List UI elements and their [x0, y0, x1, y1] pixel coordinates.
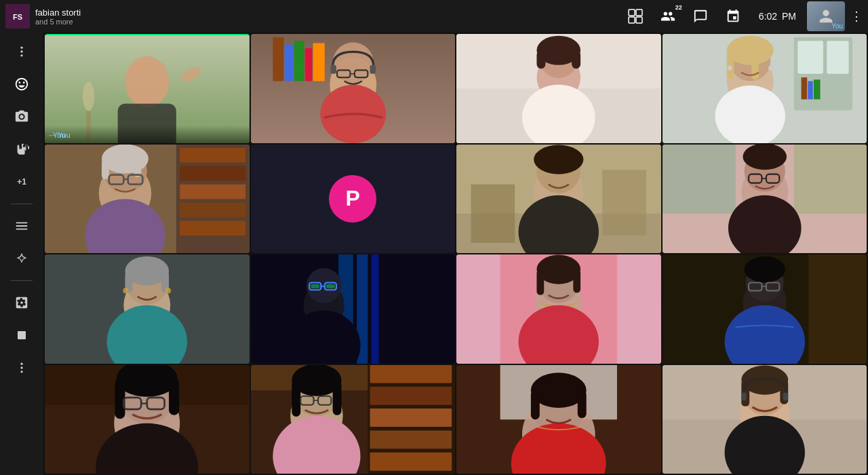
svg-rect-43	[797, 41, 823, 73]
svg-point-8	[20, 54, 22, 56]
svg-rect-108	[311, 284, 319, 288]
stop-button[interactable]	[8, 322, 35, 349]
svg-rect-47	[813, 79, 820, 99]
svg-rect-117	[536, 269, 544, 295]
effects-button[interactable]	[8, 245, 35, 272]
svg-rect-74	[471, 184, 515, 242]
svg-text:FS: FS	[13, 13, 22, 21]
plus-one-button[interactable]: +1	[8, 168, 35, 195]
svg-rect-5	[636, 17, 642, 23]
svg-point-86	[750, 145, 779, 159]
svg-rect-3	[636, 10, 642, 16]
svg-rect-144	[370, 408, 452, 427]
svg-rect-142	[370, 365, 452, 383]
svg-rect-145	[370, 430, 452, 449]
svg-rect-151	[292, 380, 300, 417]
svg-rect-109	[326, 284, 334, 288]
host-subtext: and 5 more	[35, 18, 81, 26]
svg-point-97	[123, 288, 129, 294]
svg-point-10	[20, 363, 22, 365]
video-cell-12[interactable]	[663, 254, 867, 364]
sidebar: +1	[0, 33, 43, 475]
time-display: 6:02 PM	[751, 11, 804, 22]
svg-rect-51	[726, 50, 734, 79]
svg-rect-146	[370, 452, 452, 470]
svg-rect-38	[536, 50, 545, 69]
svg-point-78	[534, 145, 583, 174]
menu-button[interactable]	[8, 38, 35, 65]
video-cell-4[interactable]	[663, 34, 867, 143]
sidebar-divider-1	[11, 204, 33, 204]
chat-button[interactable]	[686, 1, 715, 31]
svg-rect-172	[741, 392, 747, 400]
video-cell-9[interactable]	[45, 254, 250, 364]
top-bar: FS fabian storti and 5 more 22	[0, 0, 868, 33]
more-sidebar-button[interactable]	[8, 354, 35, 381]
host-avatar-inner: FS	[5, 4, 30, 28]
svg-rect-62	[180, 221, 245, 235]
svg-rect-44	[827, 41, 848, 73]
svg-rect-23	[304, 48, 312, 81]
svg-rect-58	[180, 147, 245, 162]
svg-rect-173	[783, 392, 788, 400]
video-grid: You ··· You	[43, 33, 868, 475]
svg-rect-75	[602, 170, 646, 235]
svg-rect-82	[793, 145, 867, 214]
svg-rect-2	[629, 10, 635, 16]
svg-point-14	[83, 81, 94, 111]
svg-rect-118	[573, 269, 580, 292]
video-cell-14[interactable]	[251, 365, 456, 474]
svg-rect-121	[808, 254, 867, 364]
svg-point-98	[165, 288, 172, 294]
you-label-overlay: You	[45, 126, 250, 143]
video-cell-p[interactable]: P	[251, 145, 456, 254]
svg-point-16	[125, 56, 169, 107]
hand-raise-button[interactable]	[8, 136, 35, 163]
svg-rect-135	[169, 378, 179, 415]
svg-rect-59	[180, 166, 245, 180]
svg-point-11	[20, 366, 22, 368]
burger-menu-button[interactable]	[8, 212, 35, 240]
self-label: You	[831, 22, 843, 30]
time-value: 6:02	[759, 11, 777, 22]
svg-rect-61	[180, 202, 245, 217]
more-button-top[interactable]: ⋮	[850, 9, 863, 24]
participant-count: 22	[675, 4, 682, 11]
video-cell-13[interactable]	[45, 365, 250, 474]
video-cell-5[interactable]	[45, 145, 250, 254]
svg-rect-39	[572, 50, 580, 69]
svg-rect-162	[531, 390, 540, 419]
video-cell-16[interactable]	[663, 365, 867, 474]
grid-view-button[interactable]	[620, 1, 650, 31]
svg-rect-4	[629, 17, 635, 23]
emoji-button[interactable]	[8, 71, 35, 98]
self-thumbnail: You	[807, 1, 845, 31]
svg-rect-46	[808, 81, 813, 99]
svg-point-7	[20, 50, 22, 52]
svg-rect-24	[313, 43, 324, 81]
p-avatar: P	[329, 175, 376, 223]
svg-rect-103	[371, 254, 378, 364]
activities-button[interactable]	[718, 1, 748, 31]
svg-rect-20	[273, 37, 283, 81]
svg-rect-45	[801, 77, 807, 99]
video-cell-11[interactable]	[456, 254, 661, 364]
video-cell-3[interactable]	[456, 34, 661, 143]
svg-rect-143	[370, 386, 452, 404]
video-cell-7[interactable]	[456, 145, 661, 254]
video-cell-you[interactable]: You ··· You	[45, 34, 250, 143]
video-cell-8[interactable]	[663, 145, 867, 254]
video-cell-10[interactable]	[251, 254, 456, 364]
topbar-controls: 22 6:02 PM	[620, 1, 868, 31]
svg-point-54	[768, 66, 772, 70]
video-cell-2[interactable]	[251, 34, 456, 143]
p-letter: P	[346, 186, 360, 211]
svg-point-53	[727, 66, 731, 70]
screenshot-button[interactable]	[8, 103, 35, 130]
host-name: fabian storti	[35, 7, 81, 18]
video-cell-15[interactable]	[456, 365, 661, 474]
svg-rect-30	[330, 65, 336, 74]
settings-button[interactable]	[8, 289, 35, 316]
svg-rect-163	[578, 390, 587, 418]
participants-button[interactable]: 22	[653, 1, 683, 31]
